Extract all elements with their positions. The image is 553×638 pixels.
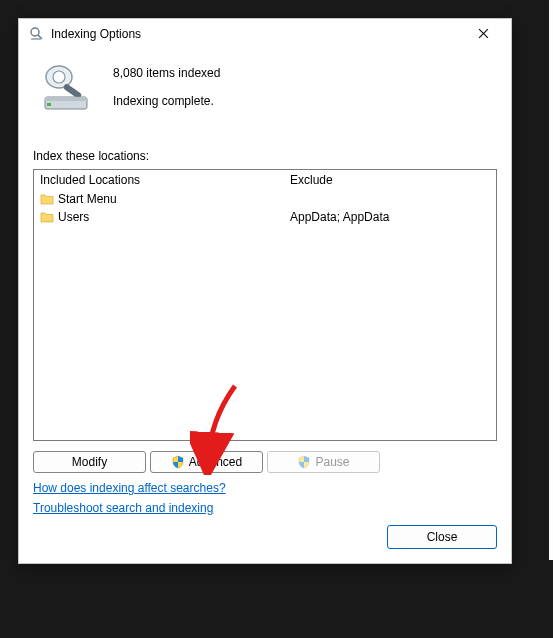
table-row[interactable]: UsersAppData; AppData [34, 208, 496, 226]
close-icon[interactable] [463, 20, 503, 48]
shield-icon [297, 455, 311, 469]
locations-label: Index these locations: [33, 149, 497, 163]
svg-rect-8 [47, 103, 51, 106]
dialog-title: Indexing Options [51, 27, 463, 41]
advanced-button-label: Advanced [189, 455, 242, 469]
location-name: Start Menu [58, 192, 290, 206]
indexing-icon [29, 26, 45, 42]
items-indexed-text: 8,080 items indexed [113, 66, 220, 80]
locations-header: Included Locations Exclude [34, 170, 496, 190]
svg-point-4 [53, 71, 65, 83]
locations-listbox: Included Locations Exclude Start MenuUse… [33, 169, 497, 441]
close-button-label: Close [427, 530, 458, 544]
modify-button-label: Modify [72, 455, 107, 469]
svg-rect-2 [31, 38, 41, 40]
window-edge-highlight [549, 0, 553, 560]
dialog-body: 8,080 items indexed Indexing complete. I… [19, 49, 511, 563]
svg-point-0 [31, 28, 39, 36]
how-indexing-link[interactable]: How does indexing affect searches? [33, 481, 226, 495]
pause-button: Pause [267, 451, 380, 473]
table-row[interactable]: Start Menu [34, 190, 496, 208]
close-button[interactable]: Close [387, 525, 497, 549]
column-included[interactable]: Included Locations [40, 173, 290, 187]
drive-search-icon [39, 59, 95, 115]
folder-icon [40, 211, 54, 223]
dialog-footer: Close [33, 515, 497, 549]
troubleshoot-link[interactable]: Troubleshoot search and indexing [33, 501, 213, 515]
titlebar: Indexing Options [19, 19, 511, 49]
pause-button-label: Pause [315, 455, 349, 469]
shield-icon [171, 455, 185, 469]
button-row: Modify Advanced [33, 451, 497, 473]
folder-icon [40, 193, 54, 205]
indexing-options-dialog: Indexing Options 8,080 items indexed Ind… [18, 18, 512, 564]
indexing-status-text: Indexing complete. [113, 94, 220, 108]
locations-rows: Start MenuUsersAppData; AppData [34, 190, 496, 440]
column-exclude[interactable]: Exclude [290, 173, 490, 187]
status-texts: 8,080 items indexed Indexing complete. [113, 66, 220, 108]
location-name: Users [58, 210, 290, 224]
advanced-button[interactable]: Advanced [150, 451, 263, 473]
location-exclude: AppData; AppData [290, 210, 490, 224]
modify-button[interactable]: Modify [33, 451, 146, 473]
status-area: 8,080 items indexed Indexing complete. [33, 55, 497, 125]
help-links: How does indexing affect searches? Troub… [33, 481, 497, 515]
svg-rect-7 [45, 97, 87, 101]
